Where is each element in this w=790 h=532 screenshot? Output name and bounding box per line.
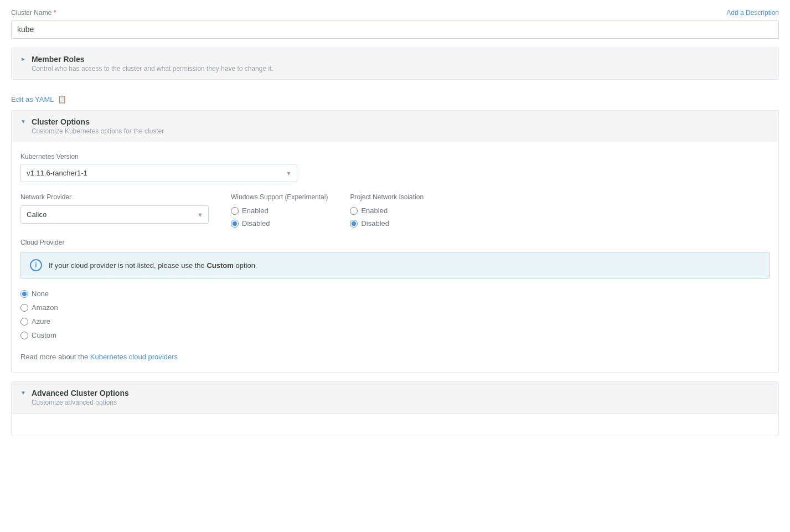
advanced-section-content-placeholder — [12, 414, 778, 436]
kubernetes-version-label: Kubernetes Version — [20, 153, 770, 161]
cluster-options-collapse-icon: ▼ — [20, 118, 26, 125]
info-banner-bold: Custom — [206, 261, 233, 270]
advanced-cluster-options-section: ▼ Advanced Cluster Options Customize adv… — [11, 381, 779, 436]
project-network-field: Project Network Isolation Enabled Disabl… — [350, 193, 424, 228]
cloud-azure-radio[interactable] — [20, 318, 28, 326]
project-network-radio-group: Enabled Disabled — [350, 206, 424, 228]
cluster-options-title: Cluster Options — [32, 117, 164, 126]
network-provider-select-wrapper: Calico Canal Flannel None ▼ — [20, 205, 209, 224]
info-banner-text: If your cloud provider is not listed, pl… — [49, 261, 257, 270]
project-network-enabled-radio-item[interactable]: Enabled — [350, 206, 424, 215]
yaml-copy-icon: 📋 — [58, 95, 66, 104]
windows-support-radio-group: Enabled Disabled — [231, 206, 328, 228]
cluster-options-content: Kubernetes Version v1.11.6-rancher1-1 v1… — [12, 142, 778, 372]
info-icon: i — [30, 259, 42, 271]
kubernetes-cloud-providers-link[interactable]: Kubernetes cloud providers — [90, 353, 178, 361]
network-provider-field: Network Provider Calico Canal Flannel No… — [20, 193, 209, 228]
windows-disabled-radio[interactable] — [231, 220, 239, 228]
network-provider-select[interactable]: Calico Canal Flannel None — [20, 205, 209, 224]
kubernetes-version-field: Kubernetes Version v1.11.6-rancher1-1 v1… — [20, 153, 770, 182]
cloud-custom-label: Custom — [32, 331, 56, 339]
windows-support-field: Windows Support (Experimental) Enabled D… — [231, 193, 328, 228]
cloud-provider-info-banner: i If your cloud provider is not listed, … — [20, 252, 770, 278]
cluster-name-section: Cluster Name * Add a Description — [11, 9, 779, 39]
project-network-disabled-radio-item[interactable]: Disabled — [350, 219, 424, 228]
cloud-azure-radio-item[interactable]: Azure — [20, 317, 770, 326]
cluster-options-subtitle: Customize Kubernetes options for the clu… — [32, 127, 164, 135]
cloud-provider-radio-list: None Amazon Azure Custom — [20, 287, 770, 342]
member-roles-title: Member Roles — [32, 55, 273, 64]
member-roles-header[interactable]: ► Member Roles Control who has access to… — [12, 48, 778, 79]
cluster-options-section: ▼ Cluster Options Customize Kubernetes o… — [11, 110, 779, 373]
yaml-link-row: Edit as YAML 📋 — [11, 89, 779, 110]
windows-enabled-radio[interactable] — [231, 207, 239, 215]
read-more-prefix: Read more about the — [20, 353, 90, 361]
windows-enabled-radio-item[interactable]: Enabled — [231, 206, 328, 215]
add-description-link[interactable]: Add a Description — [726, 9, 779, 17]
cloud-none-radio[interactable] — [20, 290, 28, 298]
read-more-row: Read more about the Kubernetes cloud pro… — [20, 353, 770, 361]
advanced-cluster-options-title: Advanced Cluster Options — [32, 389, 129, 397]
windows-support-label: Windows Support (Experimental) — [231, 193, 328, 201]
cloud-custom-radio-item[interactable]: Custom — [20, 331, 770, 339]
cloud-none-label: None — [32, 290, 49, 298]
advanced-collapse-icon: ▼ — [20, 390, 26, 396]
cloud-azure-label: Azure — [32, 317, 50, 326]
cloud-amazon-radio-item[interactable]: Amazon — [20, 303, 770, 312]
cloud-none-radio-item[interactable]: None — [20, 290, 770, 298]
project-network-disabled-label: Disabled — [361, 219, 389, 228]
cluster-name-label: Cluster Name * — [11, 9, 56, 17]
project-network-label: Project Network Isolation — [350, 193, 424, 201]
windows-disabled-label: Disabled — [242, 219, 270, 228]
cluster-name-input[interactable] — [11, 20, 779, 39]
cloud-custom-radio[interactable] — [20, 332, 28, 339]
cloud-amazon-label: Amazon — [32, 303, 58, 312]
cloud-provider-section: Cloud Provider i If your cloud provider … — [20, 239, 770, 361]
member-roles-subtitle: Control who has access to the cluster an… — [32, 65, 273, 73]
advanced-cluster-options-subtitle: Customize advanced options — [32, 399, 129, 406]
kubernetes-version-select[interactable]: v1.11.6-rancher1-1 v1.12.4-rancher1-1 v1… — [20, 164, 297, 182]
project-network-disabled-radio[interactable] — [350, 220, 358, 228]
windows-disabled-radio-item[interactable]: Disabled — [231, 219, 328, 228]
cloud-amazon-radio[interactable] — [20, 304, 28, 312]
required-star: * — [54, 9, 56, 17]
member-roles-collapse-icon: ► — [20, 56, 26, 62]
network-row: Network Provider Calico Canal Flannel No… — [20, 193, 770, 228]
member-roles-section: ► Member Roles Control who has access to… — [11, 48, 779, 80]
cluster-options-header[interactable]: ▼ Cluster Options Customize Kubernetes o… — [12, 111, 778, 142]
project-network-enabled-label: Enabled — [361, 206, 388, 215]
kubernetes-version-select-wrapper: v1.11.6-rancher1-1 v1.12.4-rancher1-1 v1… — [20, 164, 297, 182]
windows-enabled-label: Enabled — [242, 206, 269, 215]
cloud-provider-label: Cloud Provider — [20, 239, 770, 246]
edit-yaml-link[interactable]: Edit as YAML — [11, 95, 54, 104]
network-provider-label: Network Provider — [20, 193, 209, 201]
project-network-enabled-radio[interactable] — [350, 207, 358, 215]
advanced-cluster-options-header[interactable]: ▼ Advanced Cluster Options Customize adv… — [12, 382, 778, 413]
